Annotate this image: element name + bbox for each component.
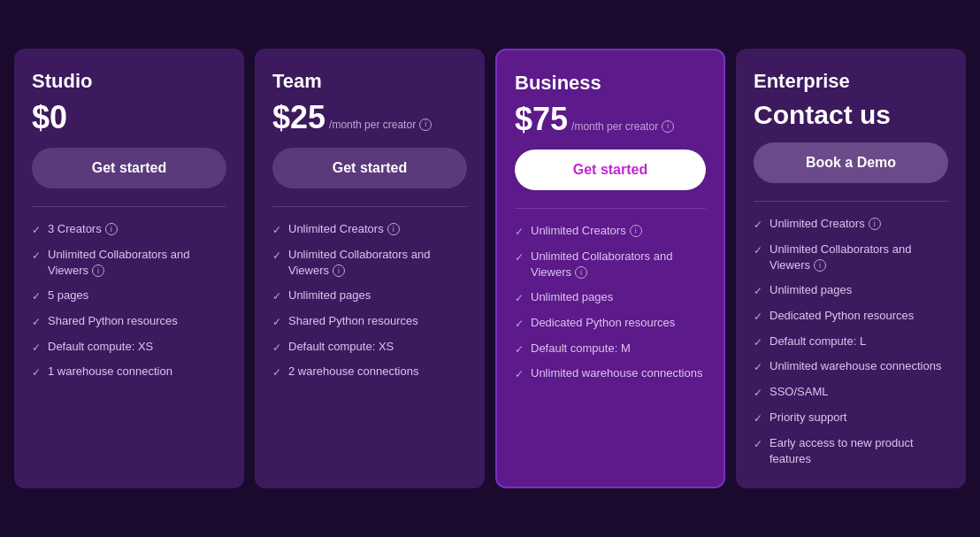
list-item: ✓3 Creatorsi [32,221,226,238]
check-icon: ✓ [32,249,41,264]
cta-button-studio[interactable]: Get started [32,148,226,188]
list-item: ✓Unlimited Collaborators and Viewersi [272,247,467,279]
feature-text: 3 Creatorsi [48,221,226,237]
pricing-grid: Studio$0Get started✓3 Creatorsi✓Unlimite… [14,49,966,488]
feature-list-team: ✓Unlimited Creatorsi✓Unlimited Collabora… [272,221,467,380]
list-item: ✓Unlimited Collaborators and Viewersi [754,242,948,273]
check-icon: ✓ [754,310,762,325]
feature-text: Unlimited Collaborators and Viewersi [288,247,467,279]
list-item: ✓SSO/SAML [754,384,948,401]
feature-text: Unlimited warehouse connections [769,358,948,374]
check-icon: ✓ [515,225,524,240]
plan-name-enterprise: Enterprise [754,70,948,93]
check-icon: ✓ [32,365,41,380]
feature-text: Unlimited Collaborators and Viewersi [48,247,226,279]
check-icon: ✓ [754,218,762,233]
plan-amount-studio: $0 [32,99,67,135]
cta-button-team[interactable]: Get started [272,148,467,188]
list-item: ✓Default compute: M [515,341,706,357]
check-icon: ✓ [515,317,524,332]
plan-card-team: Team$25/month per creatoriGet started✓Un… [255,49,485,488]
check-icon: ✓ [515,250,524,265]
feature-text: Unlimited Creatorsi [288,221,467,237]
divider-business [515,208,706,209]
cta-button-enterprise[interactable]: Book a Demo [754,142,948,183]
feature-text: Unlimited pages [288,288,467,303]
check-icon: ✓ [754,386,762,401]
check-icon: ✓ [754,284,762,299]
feature-text: Dedicated Python resources [769,308,948,324]
list-item: ✓Priority support [754,410,948,426]
check-icon: ✓ [515,291,524,306]
list-item: ✓Unlimited Collaborators and Viewersi [32,247,226,279]
list-item: ✓1 warehouse connection [32,364,226,380]
list-item: ✓5 pages [32,288,226,304]
list-item: ✓Unlimited pages [754,282,948,299]
feature-text: Unlimited pages [769,282,948,298]
list-item: ✓Default compute: XS [32,339,226,356]
feature-info-icon-enterprise-1[interactable]: i [814,259,826,272]
feature-list-enterprise: ✓Unlimited Creatorsi✓Unlimited Collabora… [754,216,948,467]
price-info-icon-team[interactable]: i [419,119,432,131]
feature-text: Priority support [769,410,948,426]
plan-name-business: Business [515,72,706,95]
list-item: ✓Unlimited Collaborators and Viewersi [515,249,706,280]
list-item: ✓Unlimited warehouse connections [754,358,948,375]
check-icon: ✓ [32,315,41,330]
list-item: ✓Unlimited Creatorsi [754,216,948,233]
list-item: ✓Unlimited Creatorsi [515,223,706,240]
plan-price-business: $75/month per creatori [515,104,706,135]
list-item: ✓Early access to new product features [754,435,948,467]
list-item: ✓Unlimited Creatorsi [272,221,467,238]
feature-text: Unlimited Creatorsi [531,223,706,239]
feature-info-icon-business-0[interactable]: i [630,225,642,237]
check-icon: ✓ [754,360,762,375]
check-icon: ✓ [32,223,41,238]
plan-period-business: /month per creator [571,120,658,133]
list-item: ✓Default compute: L [754,334,948,350]
feature-list-studio: ✓3 Creatorsi✓Unlimited Collaborators and… [32,221,226,380]
feature-text: 5 pages [48,288,226,303]
check-icon: ✓ [32,289,41,304]
feature-text: Default compute: XS [48,339,226,355]
plan-contact-enterprise: Contact us [754,100,891,129]
list-item: ✓Unlimited pages [272,288,467,304]
plan-price-enterprise: Contact us [754,102,948,128]
list-item: ✓Shared Python resources [272,313,467,330]
feature-text: Unlimited warehouse connections [531,365,706,381]
check-icon: ✓ [32,341,41,356]
plan-price-team: $25/month per creatori [272,102,467,134]
list-item: ✓Shared Python resources [32,313,226,330]
list-item: ✓Default compute: XS [272,339,467,356]
check-icon: ✓ [272,315,281,330]
check-icon: ✓ [272,289,281,304]
feature-text: Unlimited Creatorsi [769,216,948,232]
feature-text: 1 warehouse connection [48,364,226,380]
feature-info-icon-business-1[interactable]: i [575,266,587,279]
check-icon: ✓ [272,341,281,356]
feature-info-icon-enterprise-0[interactable]: i [869,218,881,230]
plan-period-team: /month per creator [329,119,416,131]
cta-button-business[interactable]: Get started [515,150,706,190]
check-icon: ✓ [515,342,524,357]
list-item: ✓Unlimited pages [515,289,706,306]
feature-text: Unlimited Collaborators and Viewersi [531,249,706,280]
list-item: ✓Dedicated Python resources [515,315,706,332]
feature-info-icon-studio-0[interactable]: i [105,223,118,235]
feature-info-icon-team-1[interactable]: i [333,265,345,277]
feature-text: Default compute: L [769,334,948,349]
check-icon: ✓ [754,335,762,350]
feature-text: 2 warehouse connections [288,364,467,380]
feature-text: Unlimited Collaborators and Viewersi [769,242,948,273]
feature-text: SSO/SAML [769,384,948,400]
price-info-icon-business[interactable]: i [662,120,674,133]
plan-card-enterprise: EnterpriseContact usBook a Demo✓Unlimite… [736,49,966,488]
feature-text: Default compute: XS [288,339,467,355]
divider-team [272,206,467,207]
feature-info-icon-studio-1[interactable]: i [92,265,104,277]
check-icon: ✓ [272,223,281,238]
list-item: ✓2 warehouse connections [272,364,467,380]
plan-name-team: Team [272,70,467,93]
feature-info-icon-team-0[interactable]: i [387,223,400,235]
check-icon: ✓ [272,249,281,264]
